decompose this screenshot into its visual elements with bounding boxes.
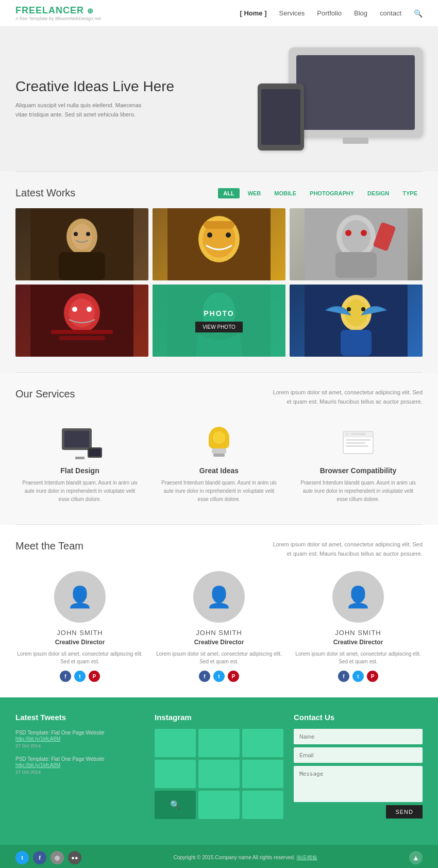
insta-item-6[interactable]	[242, 760, 283, 788]
brand-logo[interactable]: FREELANCER ⊕ A free Template by iBloomWe…	[15, 5, 101, 21]
facebook-btn-3[interactable]: f	[338, 671, 349, 682]
service-text-2: Praesent Interdum blandit quam. Asunt in…	[160, 479, 278, 504]
instagram-title: Instagram	[155, 713, 283, 722]
insta-item-3[interactable]	[242, 729, 283, 757]
twitter-btn-3[interactable]: t	[352, 671, 364, 682]
insta-item-2[interactable]	[198, 729, 240, 757]
tweet-link-1[interactable]: http://bit.ly/1kfcA8M	[15, 736, 144, 742]
member-role-2: Creative Director	[155, 639, 283, 646]
footer-grid: Latest Tweets PSD Template: Flat One Pag…	[15, 713, 423, 819]
nav-home[interactable]: [ Home ]	[240, 9, 266, 17]
nav-blog[interactable]: Blog	[354, 9, 367, 17]
nav-services[interactable]: Services	[279, 9, 305, 17]
insta-search-icon: 🔍	[170, 800, 180, 810]
monitor-illustration	[289, 47, 423, 138]
portfolio-item-6[interactable]	[290, 285, 423, 357]
tweet-item-2: PSD Template: Flat One Page Website http…	[15, 755, 144, 775]
footer-tweets: Latest Tweets PSD Template: Flat One Pag…	[15, 713, 144, 819]
hero-description: Aliquam suscipit vel nulla quis eleifend…	[15, 101, 149, 119]
insta-search[interactable]: 🔍	[155, 791, 196, 819]
insta-item-1[interactable]	[155, 729, 196, 757]
filter-web[interactable]: WEB	[243, 188, 266, 198]
contact-name-input[interactable]	[294, 729, 423, 744]
contact-title: Contact Us	[294, 713, 423, 722]
hero-title: Creative Ideas Live Here	[15, 78, 174, 95]
browser-icon	[340, 424, 376, 460]
filter-type[interactable]: TYPE	[397, 188, 423, 198]
team-member-3: 👤 JOHN SMITH Creative Director Lorem ips…	[294, 571, 423, 682]
filter-photography[interactable]: PHOTOGRAPHY	[305, 188, 359, 198]
pinterest-btn-2[interactable]: P	[228, 671, 239, 682]
send-button[interactable]: SEND	[386, 805, 423, 819]
insta-item-9[interactable]	[242, 791, 283, 819]
pinterest-btn-3[interactable]: P	[367, 671, 378, 682]
footer-rss[interactable]: ◎	[50, 851, 64, 864]
portfolio-item-3[interactable]	[290, 208, 423, 280]
services-section: Our Services Lorem ipsum dolor sit amet,…	[0, 373, 438, 524]
twitter-btn-2[interactable]: t	[213, 671, 225, 682]
portfolio-item-5[interactable]: PHOTO VIEW PHOTO	[153, 285, 285, 357]
insta-item-5[interactable]	[198, 760, 240, 788]
tweet-text-2: PSD Template: Flat One Page Website	[15, 756, 105, 762]
avatar-icon-1: 👤	[67, 585, 93, 609]
brand-tagline: A free Template by iBloomWebDesign.net	[15, 16, 101, 21]
portfolio-item-4[interactable]	[15, 285, 148, 357]
member-name-1: JOHN SMITH	[15, 629, 144, 637]
team-social-2: f t P	[155, 671, 283, 682]
avatar-1: 👤	[54, 571, 106, 623]
tweet-link-2[interactable]: http://bit.ly/1kfcA8M	[15, 762, 144, 768]
tablet-illustration	[258, 84, 304, 151]
filter-buttons: All WEB MOBILE PHOTOGRAPHY DESIGN TYPE	[218, 188, 423, 198]
copyright-text: Copyright © 2015.Company name All rights…	[173, 854, 317, 861]
tweet-date-2: 27 Oct 2014	[15, 770, 41, 775]
portfolio-item-2[interactable]	[153, 208, 285, 280]
member-bio-1: Lorem ipsum dolor sit amet, consectetur …	[15, 650, 144, 665]
twitter-btn-1[interactable]: t	[74, 671, 86, 682]
service-title-1: Flat Design	[21, 466, 139, 475]
facebook-btn-1[interactable]: f	[60, 671, 71, 682]
filter-all[interactable]: All	[218, 188, 239, 198]
avatar-icon-2: 👤	[206, 585, 232, 609]
latest-works-header: Latest Works All WEB MOBILE PHOTOGRAPHY …	[15, 187, 423, 199]
avatar-icon-3: 👤	[345, 585, 371, 609]
filter-design[interactable]: DESIGN	[362, 188, 394, 198]
filter-mobile[interactable]: MOBILE	[269, 188, 301, 198]
insta-item-8[interactable]	[198, 791, 240, 819]
services-description: Lorem ipsum dolor sit amet, consectetur …	[268, 388, 423, 406]
service-title-2: Great Ideas	[160, 466, 278, 475]
services-grid: Flat Design Praesent Interdum blandit qu…	[15, 419, 423, 509]
tweet-text-1: PSD Template: Flat One Page Website	[15, 730, 105, 736]
brand-name: FREELANCER ⊕	[15, 5, 101, 16]
portfolio-item-1[interactable]	[15, 208, 148, 280]
latest-works-section: Latest Works All WEB MOBILE PHOTOGRAPHY …	[0, 172, 438, 372]
service-title-3: Browser Compatibility	[299, 466, 417, 475]
pinterest-btn-1[interactable]: P	[89, 671, 100, 682]
nav-portfolio[interactable]: Portfolio	[317, 9, 342, 17]
footer-facebook[interactable]: f	[33, 851, 46, 864]
monitor-icon	[62, 424, 98, 460]
hero-text: Creative Ideas Live Here Aliquam suscipi…	[15, 78, 174, 119]
contact-form: SEND	[294, 729, 423, 819]
team-title: Meet the Team	[15, 540, 83, 552]
navigation: FREELANCER ⊕ A free Template by iBloomWe…	[0, 0, 438, 27]
bulb-icon	[201, 424, 237, 460]
hero-section: Creative Ideas Live Here Aliquam suscipi…	[0, 27, 438, 171]
team-member-1: 👤 JOHN SMITH Creative Director Lorem ips…	[15, 571, 144, 682]
footer-instagram: Instagram 🔍	[155, 713, 283, 819]
footer-other[interactable]: ●●	[68, 851, 81, 864]
hero-image	[258, 47, 423, 151]
footer-twitter[interactable]: t	[15, 851, 29, 864]
view-photo-button[interactable]: VIEW PHOTO	[195, 322, 243, 332]
footer-contact: Contact Us SEND	[294, 713, 423, 819]
member-name-3: JOHN SMITH	[294, 629, 423, 637]
scroll-to-top-button[interactable]: ▲	[409, 851, 423, 864]
search-icon[interactable]: 🔍	[414, 9, 423, 18]
portfolio-overlay-5[interactable]: PHOTO VIEW PHOTO	[153, 285, 285, 357]
team-social-1: f t P	[15, 671, 144, 682]
contact-message-input[interactable]	[294, 766, 423, 802]
contact-email-input[interactable]	[294, 747, 423, 763]
copyright-link[interactable]: 响应模板	[297, 855, 317, 860]
nav-contact[interactable]: contact	[380, 9, 401, 17]
insta-item-4[interactable]	[155, 760, 196, 788]
facebook-btn-2[interactable]: f	[199, 671, 210, 682]
